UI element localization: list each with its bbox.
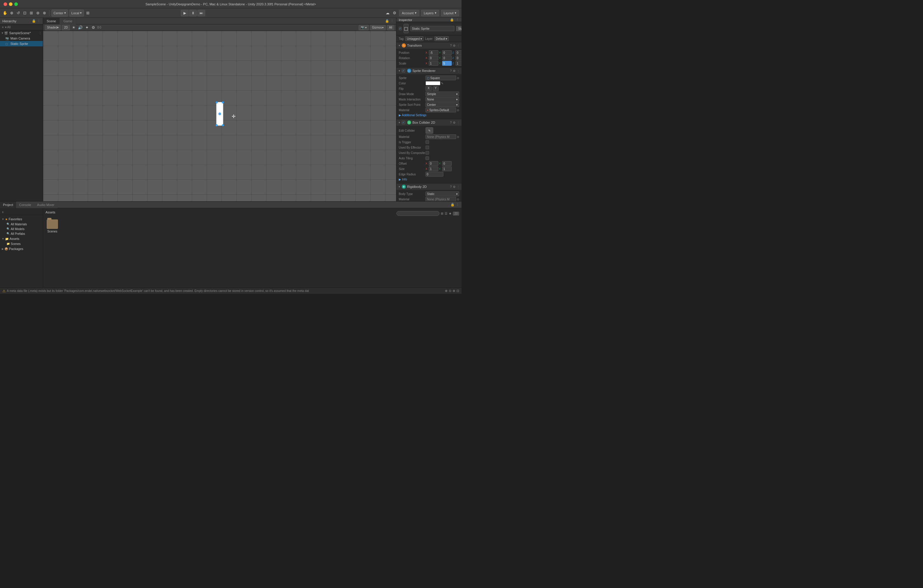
assets-search-input[interactable] (396, 211, 440, 216)
2d-button[interactable]: 2D (62, 25, 70, 30)
scene-menu-icon[interactable]: ⋮ (391, 19, 394, 23)
all-models-item[interactable]: 🔍 All Models (5, 227, 43, 231)
step-button[interactable]: ⏭ (197, 10, 205, 16)
draw-mode-dropdown[interactable]: Simple ▾ (425, 92, 459, 96)
all-materials-item[interactable]: 🔍 All Materials (5, 222, 43, 227)
rb-help-icon[interactable]: ? (450, 185, 452, 189)
assets-star-icon[interactable]: ★ (449, 212, 452, 215)
scene-viewport[interactable]: ✛ (43, 31, 396, 201)
rotation-z-input[interactable] (455, 56, 462, 60)
minimize-button[interactable] (9, 2, 13, 6)
sprite-sort-point-dropdown[interactable]: Center ▾ (425, 102, 459, 107)
transform-menu-icon[interactable]: ⋮ (457, 44, 460, 47)
tab-project[interactable]: Project (0, 202, 16, 208)
scale-tool-icon[interactable]: ⊡ (22, 10, 27, 16)
body-type-dropdown[interactable]: Static ▾ (425, 191, 459, 196)
settings-icon[interactable]: ⚙ (392, 10, 397, 16)
status-icon-2[interactable]: ⊙ (449, 289, 452, 293)
sprite-renderer-checkbox[interactable]: ✓ (402, 69, 405, 72)
hand-tool-icon[interactable]: ✋ (2, 10, 8, 16)
bottom-lock-icon[interactable]: 🔒 (450, 203, 455, 207)
rotation-y-input[interactable] (442, 56, 452, 60)
bc-material-target-icon[interactable]: ⊙ (457, 135, 459, 138)
assets-list-view-icon[interactable]: ☰ (445, 212, 448, 215)
scenes-item[interactable]: 📁 Scenes (5, 241, 43, 246)
tab-scene[interactable]: Scene (43, 18, 60, 25)
flip-x-button[interactable]: X (425, 86, 432, 91)
sprite-renderer-header[interactable]: ▼ ✓ ◻ Sprite Renderer ? ⚙ ⋮ (396, 67, 462, 74)
transform-help-icon[interactable]: ? (450, 44, 452, 47)
cloud-icon[interactable]: ☁ (385, 10, 390, 16)
transform-tool-icon[interactable]: ⊛ (35, 10, 41, 16)
sprite-field[interactable]: ◻ Square (425, 76, 456, 80)
rect-tool-icon[interactable]: ⊞ (28, 10, 34, 16)
object-active-checkbox[interactable]: ✓ (399, 27, 402, 30)
scale-x-input[interactable] (429, 61, 438, 66)
status-icon-1[interactable]: ⊗ (445, 289, 448, 293)
handle-bottom-right[interactable] (222, 124, 224, 126)
rb-menu-icon[interactable]: ⋮ (457, 185, 460, 189)
center-button[interactable]: Center ▾ (51, 10, 68, 16)
effects-icon[interactable]: ✦ (84, 25, 90, 30)
mask-interaction-dropdown[interactable]: None ▾ (425, 97, 459, 102)
camera-icon-btn[interactable]: 📷 ▾ (359, 25, 369, 30)
rotate-tool-icon[interactable]: ↺ (15, 10, 21, 16)
scale-y-input[interactable] (442, 61, 452, 66)
used-by-composite-checkbox[interactable] (425, 151, 429, 154)
assets-section-header[interactable]: ▼ 📁 Assets (0, 236, 43, 241)
sprite-object[interactable] (216, 102, 223, 126)
is-trigger-checkbox[interactable] (425, 140, 429, 144)
hierarchy-item-maincamera[interactable]: 📷 Main Camera (0, 36, 43, 41)
audio-icon[interactable]: 🔊 (77, 25, 83, 30)
handle-top-right[interactable] (222, 101, 224, 103)
object-name-field[interactable] (411, 26, 454, 31)
used-by-effector-checkbox[interactable] (425, 146, 429, 149)
hierarchy-item-samplescene[interactable]: ▼ 🎬 SampleScene* ⋮ (0, 30, 43, 36)
status-icon-3[interactable]: ⊕ (453, 289, 455, 293)
hierarchy-menu-icon[interactable]: ⋮ (37, 19, 41, 23)
scenes-asset-item[interactable]: Scenes (46, 218, 59, 234)
status-icon-4[interactable]: ⊡ (457, 289, 459, 293)
bottom-menu-icon[interactable]: ⋮ (456, 203, 459, 207)
all-button[interactable]: All (387, 25, 394, 30)
size-x-input[interactable] (429, 166, 438, 171)
size-y-input[interactable] (442, 166, 452, 171)
edit-collider-button[interactable]: ✎ (425, 127, 433, 134)
static-toggle[interactable]: Static ▾ (456, 26, 462, 31)
scene-kebab-icon[interactable]: ⋮ (39, 31, 42, 35)
box-collider-checkbox[interactable]: ✓ (402, 121, 405, 124)
bc-menu-icon[interactable]: ⋮ (457, 121, 460, 124)
material-target-icon[interactable]: ⊙ (457, 108, 459, 112)
tab-audio-mixer[interactable]: Audio Mixer (34, 202, 57, 208)
favorites-section-header[interactable]: ▼ ★ Favorites (0, 217, 43, 222)
sprite-target-icon[interactable]: ⊙ (457, 76, 459, 80)
rb-settings-icon[interactable]: ⚙ (453, 185, 455, 189)
tag-dropdown[interactable]: Untagged ▾ (405, 36, 423, 41)
hierarchy-item-staticsprite[interactable]: ◻ Static Sprite (0, 41, 43, 46)
flip-y-button[interactable]: Y (433, 86, 439, 91)
lighting-icon[interactable]: ☀ (71, 25, 76, 30)
inspector-menu-icon[interactable]: ⋮ (456, 18, 459, 22)
sr-menu-icon[interactable]: ⋮ (457, 69, 460, 72)
layers-dropdown[interactable]: Layers ▾ (421, 10, 439, 16)
sr-help-icon[interactable]: ? (450, 69, 452, 72)
box-collider-header[interactable]: ▼ ✓ ⊡ Box Collider 2D ? ⚙ ⋮ (396, 119, 462, 126)
hierarchy-lock-icon[interactable]: 🔒 (32, 19, 36, 23)
custom-tool-icon[interactable]: ⊗ (42, 10, 47, 16)
shading-dropdown[interactable]: Shaded ▾ (45, 25, 61, 30)
grid-tool-icon[interactable]: ⊞ (85, 10, 90, 16)
all-prefabs-item[interactable]: 🔍 All Prefabs (5, 231, 43, 236)
scene-lock-icon[interactable]: 🔒 (385, 19, 389, 23)
offset-x-input[interactable] (429, 161, 438, 166)
local-button[interactable]: Local ▾ (69, 10, 84, 16)
transform-settings-icon[interactable]: ⚙ (453, 44, 455, 47)
position-x-input[interactable] (429, 50, 438, 55)
auto-tiling-checkbox[interactable] (425, 156, 429, 160)
assets-grid-view-icon[interactable]: ⊞ (441, 212, 443, 215)
bc-settings-icon[interactable]: ⚙ (453, 121, 455, 124)
inspector-lock-icon[interactable]: 🔒 (450, 18, 454, 22)
edge-radius-input[interactable] (425, 172, 443, 177)
account-dropdown[interactable]: Account ▾ (399, 10, 419, 16)
additional-settings[interactable]: ▶ Additional Settings (396, 113, 462, 118)
color-picker-icon[interactable]: ✎ (441, 82, 443, 85)
